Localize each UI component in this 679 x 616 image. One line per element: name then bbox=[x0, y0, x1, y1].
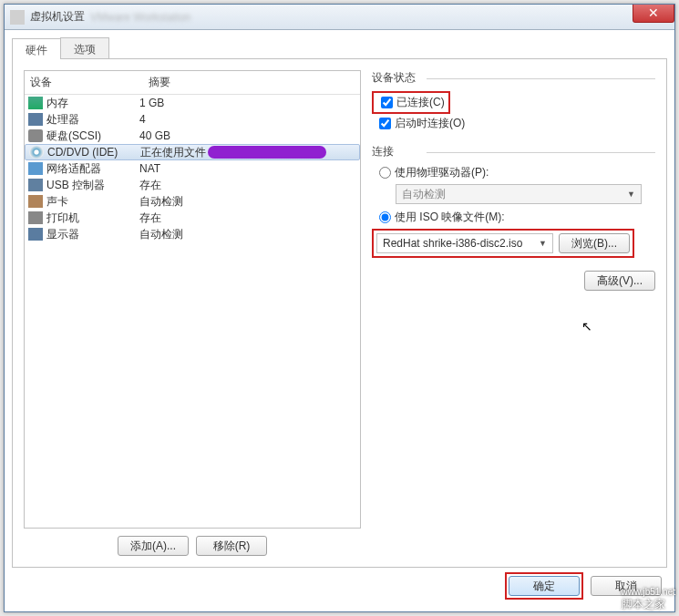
use-physical-input[interactable] bbox=[379, 167, 391, 179]
titlebar[interactable]: 虚拟机设置 VMware Workstation ✕ bbox=[5, 5, 674, 30]
close-button[interactable]: ✕ bbox=[633, 5, 674, 23]
remove-button[interactable]: 移除(R) bbox=[196, 536, 267, 556]
device-icon bbox=[28, 228, 43, 241]
chevron-down-icon: ▼ bbox=[627, 190, 635, 199]
device-icon bbox=[28, 195, 43, 208]
use-iso-radio[interactable]: 使用 ISO 映像文件(M): bbox=[379, 210, 655, 225]
redacted-path bbox=[208, 146, 326, 159]
window-subtitle: VMware Workstation bbox=[90, 11, 190, 24]
highlight-ok: 确定 bbox=[505, 572, 583, 600]
hardware-row[interactable]: 硬盘(SCSI)40 GB bbox=[25, 128, 360, 144]
device-icon bbox=[28, 211, 43, 224]
device-icon bbox=[28, 97, 43, 109]
right-panel: 设备状态 已连接(C) 启动时连接(O) 连接 bbox=[372, 70, 655, 556]
client-area: 硬件 选项 设备 摘要 内存1 GB处理器4硬盘(SCSI)40 GBCD/DV… bbox=[5, 30, 674, 611]
dialog-buttons: 确定 取消 bbox=[12, 568, 667, 604]
connected-input[interactable] bbox=[381, 97, 393, 108]
chevron-down-icon[interactable]: ▼ bbox=[539, 239, 547, 248]
tab-body: 设备 摘要 内存1 GB处理器4硬盘(SCSI)40 GBCD/DVD (IDE… bbox=[12, 59, 667, 568]
tab-options[interactable]: 选项 bbox=[60, 37, 109, 58]
connected-label: 已连接(C) bbox=[396, 95, 445, 110]
use-iso-input[interactable] bbox=[379, 211, 391, 223]
app-icon bbox=[10, 10, 25, 25]
device-icon bbox=[28, 162, 43, 175]
iso-file-value: RedHat shrike-i386-disc2.iso bbox=[383, 237, 522, 250]
hardware-row[interactable]: 处理器4 bbox=[25, 111, 360, 128]
device-name: 内存 bbox=[46, 96, 68, 111]
hardware-row[interactable]: 打印机存在 bbox=[25, 210, 360, 226]
hardware-list-header: 设备 摘要 bbox=[25, 71, 360, 95]
device-icon bbox=[28, 179, 43, 191]
left-panel: 设备 摘要 内存1 GB处理器4硬盘(SCSI)40 GBCD/DVD (IDE… bbox=[24, 70, 361, 556]
hardware-list[interactable]: 设备 摘要 内存1 GB处理器4硬盘(SCSI)40 GBCD/DVD (IDE… bbox=[24, 70, 361, 529]
poweron-checkbox[interactable]: 启动时连接(O) bbox=[379, 116, 655, 131]
hardware-row[interactable]: CD/DVD (IDE)正在使用文件 bbox=[25, 144, 360, 160]
connection-title: 连接 bbox=[372, 144, 655, 159]
highlight-connected: 已连接(C) bbox=[372, 91, 450, 114]
hardware-row[interactable]: 声卡自动检测 bbox=[25, 193, 360, 210]
device-name: 网络适配器 bbox=[46, 161, 101, 177]
device-name: 处理器 bbox=[46, 112, 79, 128]
hardware-row[interactable]: 网络适配器NAT bbox=[25, 160, 360, 177]
device-name: 硬盘(SCSI) bbox=[46, 128, 101, 144]
device-summary: 40 GB bbox=[139, 129, 170, 142]
advanced-button[interactable]: 高级(V)... bbox=[584, 271, 655, 291]
advanced-row: 高级(V)... bbox=[372, 271, 655, 291]
device-summary: 1 GB bbox=[139, 97, 164, 109]
physical-drive-value: 自动检测 bbox=[402, 187, 446, 202]
device-summary: 存在 bbox=[139, 210, 161, 226]
add-button[interactable]: 添加(A)... bbox=[118, 536, 189, 556]
hardware-buttons: 添加(A)... 移除(R) bbox=[24, 536, 361, 556]
tab-hardware[interactable]: 硬件 bbox=[12, 38, 61, 59]
device-icon bbox=[29, 146, 44, 159]
cancel-button[interactable]: 取消 bbox=[591, 576, 662, 596]
col-device: 设备 bbox=[25, 71, 143, 94]
device-name: 打印机 bbox=[46, 210, 79, 226]
poweron-input[interactable] bbox=[379, 118, 391, 129]
ok-button[interactable]: 确定 bbox=[509, 576, 580, 596]
window-title: 虚拟机设置 bbox=[30, 9, 85, 25]
device-summary: NAT bbox=[139, 162, 160, 175]
poweron-label: 启动时连接(O) bbox=[395, 116, 465, 131]
device-summary: 自动检测 bbox=[139, 227, 183, 242]
use-physical-radio[interactable]: 使用物理驱动器(P): bbox=[379, 165, 655, 180]
device-status-title: 设备状态 bbox=[372, 70, 655, 86]
device-summary: 存在 bbox=[139, 178, 161, 193]
device-status-group: 设备状态 已连接(C) 启动时连接(O) bbox=[372, 70, 655, 131]
device-icon bbox=[28, 113, 43, 126]
hardware-row[interactable]: 内存1 GB bbox=[25, 95, 360, 111]
device-name: USB 控制器 bbox=[46, 178, 105, 193]
hardware-row[interactable]: 显示器自动检测 bbox=[25, 226, 360, 242]
device-icon bbox=[28, 129, 43, 142]
iso-row: RedHat shrike-i386-disc2.iso ▼ 浏览(B)... bbox=[376, 233, 630, 253]
use-iso-label: 使用 ISO 映像文件(M): bbox=[395, 210, 505, 225]
cursor-icon: ↖ bbox=[581, 319, 592, 334]
connection-group: 连接 使用物理驱动器(P): 自动检测 ▼ 使用 ISO 映像文件(M): bbox=[372, 144, 655, 258]
hardware-row[interactable]: USB 控制器存在 bbox=[25, 177, 360, 193]
browse-button[interactable]: 浏览(B)... bbox=[559, 233, 630, 253]
vm-settings-window: 虚拟机设置 VMware Workstation ✕ 硬件 选项 设备 摘要 内… bbox=[4, 4, 675, 612]
device-summary: 4 bbox=[139, 113, 146, 126]
device-summary: 正在使用文件 bbox=[140, 145, 206, 160]
device-name: 显示器 bbox=[46, 227, 79, 242]
iso-file-combo[interactable]: RedHat shrike-i386-disc2.iso ▼ bbox=[376, 233, 553, 253]
device-name: CD/DVD (IDE) bbox=[47, 146, 118, 159]
physical-drive-combo: 自动检测 ▼ bbox=[396, 184, 642, 204]
device-name: 声卡 bbox=[46, 194, 68, 210]
tabstrip: 硬件 选项 bbox=[12, 37, 667, 59]
connected-checkbox[interactable]: 已连接(C) bbox=[381, 95, 445, 110]
device-summary: 自动检测 bbox=[139, 194, 183, 210]
use-physical-label: 使用物理驱动器(P): bbox=[395, 165, 489, 180]
col-summary: 摘要 bbox=[143, 71, 360, 94]
highlight-iso-row: RedHat shrike-i386-disc2.iso ▼ 浏览(B)... bbox=[372, 229, 634, 258]
